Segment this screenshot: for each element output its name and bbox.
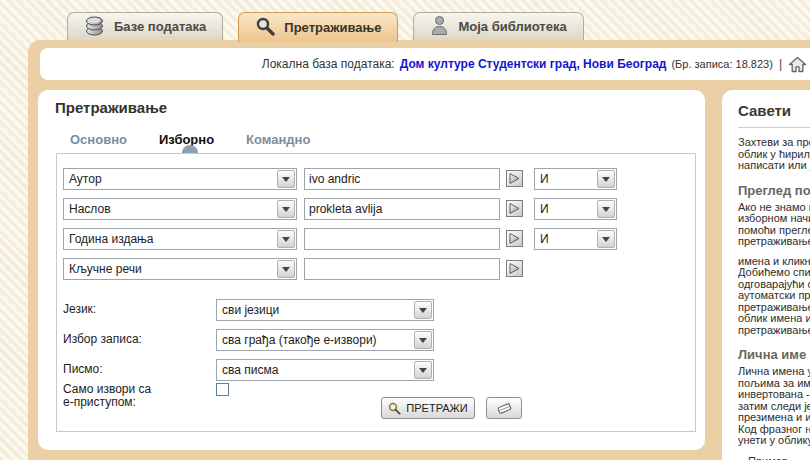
chevron-down-icon [414,331,432,349]
tips-paragraph: имена и кликне Добићемо спис одговарајућ… [738,256,810,337]
field-select-2[interactable]: Наслов [63,198,297,220]
operator-value: И [540,232,549,246]
field-select-value: Кључне речи [69,262,142,276]
magnifier-icon [388,402,401,415]
content-frame: Локална база података: Дом културе Студе… [28,40,810,460]
e-access-label: Само извори са е-приступом: [63,383,151,409]
index-lookup-icon [508,202,521,215]
tips-title: Савети [738,102,810,128]
tips-paragraph: Лична имена у пољима за име инвертована … [738,366,810,447]
language-value: сви језици [222,303,279,317]
chevron-down-icon [277,200,295,218]
chevron-down-icon [277,170,295,188]
page-title: Претраживање [55,99,167,116]
index-lookup-button-4[interactable] [506,260,523,277]
chevron-down-icon [414,301,432,319]
script-label: Писмо: [63,362,103,376]
chevron-down-icon [597,200,615,218]
language-select[interactable]: сви језици [216,299,434,321]
field-select-value: Година издања [69,232,154,246]
chevron-down-icon [597,230,615,248]
operator-value: И [540,172,549,186]
operator-value: И [540,202,549,216]
tips-paragraph: Захтеви за пре облик у ћирили написати и… [738,137,810,172]
search-panel: Претраживање Основно Изборно Командно Ау… [38,90,705,450]
chevron-down-icon [414,361,432,379]
tab-databases[interactable]: Базе података [67,12,223,40]
field-select-3[interactable]: Година издања [63,228,297,250]
query-input-3[interactable] [304,228,500,250]
example-fieldset: Пример "андрић, ив [738,455,810,460]
record-type-label: Избор записа: [63,332,142,346]
language-label: Језик: [63,302,96,316]
search-button-label: ПРЕТРАЖИ [406,402,467,414]
field-select-value: Аутор [69,172,102,186]
index-lookup-button-2[interactable] [506,200,523,217]
home-button[interactable] [788,56,807,73]
operator-select-3[interactable]: И [534,228,617,250]
field-select-1[interactable]: Аутор [63,168,297,190]
home-icon [788,56,807,73]
query-input-1[interactable] [304,168,500,190]
database-icon [84,14,105,40]
example-legend: Пример [745,455,791,460]
tab-label: Моја библиотека [458,19,566,34]
chevron-down-icon [277,260,295,278]
clear-button[interactable] [486,397,522,419]
index-lookup-button-3[interactable] [506,230,523,247]
tab-my-library[interactable]: Моја библиотека [413,12,583,40]
tab-search[interactable]: Претраживање [238,12,398,42]
tips-heading-browse: Преглед по [738,183,810,198]
header-bar: Локална база података: Дом културе Студе… [40,48,810,80]
search-button[interactable]: ПРЕТРАЖИ [381,397,475,419]
query-input-4[interactable] [304,258,500,280]
query-input-2[interactable] [304,198,500,220]
record-type-select[interactable]: сва грађа (такође е-извори) [216,329,434,351]
tab-basic[interactable]: Основно [70,132,127,147]
chevron-down-icon [277,230,295,248]
header-label: Локална база података: [262,57,395,71]
separator: | [779,57,782,71]
index-lookup-icon [508,172,521,185]
chevron-down-icon [597,170,615,188]
top-tab-bar: Базе података Претраживање Моја библиоте… [67,12,584,42]
search-icon [255,16,275,39]
index-lookup-icon [508,262,521,275]
operator-select-2[interactable]: И [534,198,617,220]
record-type-value: сва грађа (такође е-извори) [222,333,377,347]
record-count: (Бр. записа: 18.823) [671,58,772,70]
operator-select-1[interactable]: И [534,168,617,190]
eraser-icon [496,402,513,415]
search-form: Аутор И Наслов [56,153,696,432]
field-select-4[interactable]: Кључне речи [63,258,297,280]
index-lookup-button-1[interactable] [506,170,523,187]
tab-label: Базе података [114,19,206,34]
index-lookup-icon [508,232,521,245]
script-select[interactable]: сва писма [216,359,434,381]
person-icon [430,15,449,39]
script-value: сва писма [222,363,278,377]
tab-command[interactable]: Командно [246,132,310,147]
tab-label: Претраживање [284,20,381,35]
tips-paragraph: Ако не знамо ка изборном начин помоћи пр… [738,202,810,248]
field-select-value: Наслов [69,202,111,216]
tips-heading-personal-names: Лична име [738,347,810,362]
e-access-checkbox[interactable] [216,383,229,396]
tips-panel: Савети Захтеви за пре облик у ћирили нап… [722,90,810,460]
database-link[interactable]: Дом културе Студентски град, Нови Београ… [400,57,667,71]
